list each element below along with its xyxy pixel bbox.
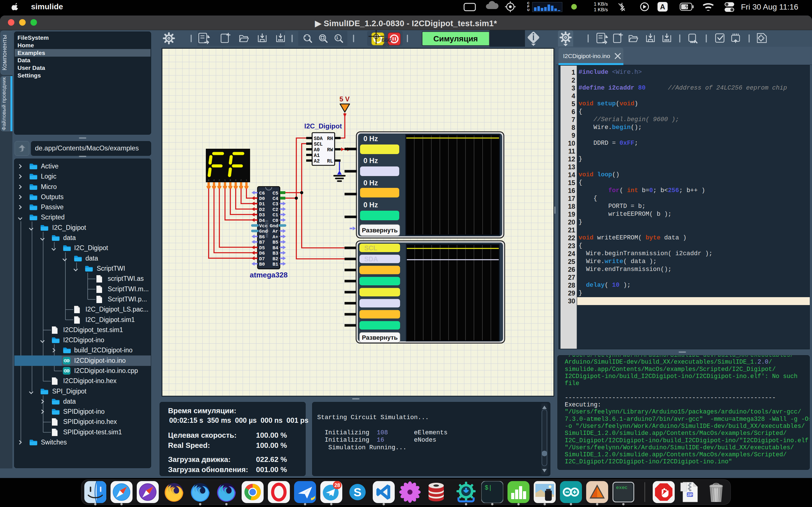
- svg-text:Развернуть: Развернуть: [362, 227, 398, 234]
- svg-text:5 V: 5 V: [340, 95, 350, 103]
- svg-text:8: 8: [208, 179, 209, 181]
- svg-text:1: 1: [336, 36, 338, 40]
- svg-text:I2C_Digipot: I2C_Digipot: [304, 122, 342, 130]
- svg-text:Vcc: Vcc: [259, 223, 268, 229]
- svg-text:A0: A0: [314, 147, 320, 153]
- svg-text:8: 8: [230, 179, 231, 181]
- svg-text:0 Hz: 0 Hz: [363, 135, 378, 143]
- svg-text:C2: C2: [273, 207, 278, 212]
- svg-text:28: 28: [335, 483, 340, 488]
- svg-text:B0: B0: [259, 262, 265, 267]
- svg-text:1: 1: [246, 179, 247, 181]
- svg-text:D4: D4: [259, 218, 265, 223]
- svg-text:C6: C6: [259, 191, 265, 196]
- svg-text:RW: RW: [327, 147, 333, 153]
- svg-text:RH: RH: [327, 136, 333, 142]
- svg-text:D1: D1: [259, 202, 265, 207]
- svg-text:B6: B6: [259, 234, 265, 240]
- svg-text:B7: B7: [259, 240, 265, 245]
- svg-text:C4: C4: [273, 196, 278, 202]
- svg-text:SDA: SDA: [364, 256, 378, 263]
- svg-text:63: 63: [383, 42, 389, 47]
- svg-text:2: 2: [219, 179, 220, 181]
- svg-text:A+: A+: [273, 234, 278, 240]
- svg-text:U: U: [527, 8, 529, 11]
- svg-text:C5: C5: [273, 191, 278, 196]
- svg-text:1: 1: [224, 179, 226, 181]
- svg-text:0 Hz: 0 Hz: [363, 157, 378, 165]
- svg-text:1 KB/s: 1 KB/s: [594, 7, 608, 12]
- svg-text:P: P: [527, 5, 529, 8]
- svg-text:$|: $|: [485, 485, 492, 492]
- svg-text:C0: C0: [273, 218, 278, 223]
- svg-text:1 KB/s: 1 KB/s: [594, 1, 608, 7]
- svg-text:B1: B1: [273, 262, 278, 267]
- svg-text:SCL: SCL: [314, 142, 323, 147]
- svg-text:RL: RL: [327, 158, 333, 164]
- svg-text:B4: B4: [273, 245, 278, 251]
- svg-text:B5: B5: [273, 240, 278, 245]
- svg-text:Развернуть: Развернуть: [362, 334, 398, 341]
- svg-text:S: S: [354, 486, 361, 499]
- svg-text:Симуляция: Симуляция: [434, 34, 478, 43]
- svg-text:Gnd: Gnd: [259, 229, 268, 234]
- svg-text:D5: D5: [259, 245, 265, 251]
- svg-text:SDA: SDA: [314, 136, 323, 142]
- svg-text:4: 4: [213, 179, 215, 181]
- svg-text:D7: D7: [259, 256, 265, 262]
- svg-text:A1: A1: [314, 153, 320, 158]
- svg-text:D6: D6: [259, 251, 265, 256]
- svg-text:ZIP: ZIP: [688, 493, 693, 497]
- svg-text:A: A: [660, 3, 665, 11]
- svg-text:B2: B2: [273, 256, 278, 262]
- svg-text:2: 2: [241, 179, 242, 181]
- svg-text:0 Hz: 0 Hz: [363, 179, 378, 187]
- svg-text:C1: C1: [273, 212, 278, 218]
- svg-text:Ar: Ar: [273, 229, 278, 234]
- svg-text:0 Hz: 0 Hz: [363, 201, 378, 209]
- svg-text:4: 4: [235, 179, 237, 181]
- svg-text:D3: D3: [259, 212, 265, 218]
- svg-text:D0: D0: [259, 196, 265, 202]
- svg-text:atmega328: atmega328: [250, 271, 288, 279]
- svg-text:SCL: SCL: [364, 244, 377, 252]
- svg-text:A2: A2: [314, 158, 320, 164]
- svg-text:C: C: [527, 1, 529, 5]
- svg-text:B3: B3: [273, 251, 278, 256]
- svg-text:exec: exec: [616, 485, 627, 490]
- svg-text:Gnd: Gnd: [269, 223, 278, 229]
- svg-text:C3: C3: [273, 202, 278, 207]
- svg-text:D2: D2: [259, 207, 265, 212]
